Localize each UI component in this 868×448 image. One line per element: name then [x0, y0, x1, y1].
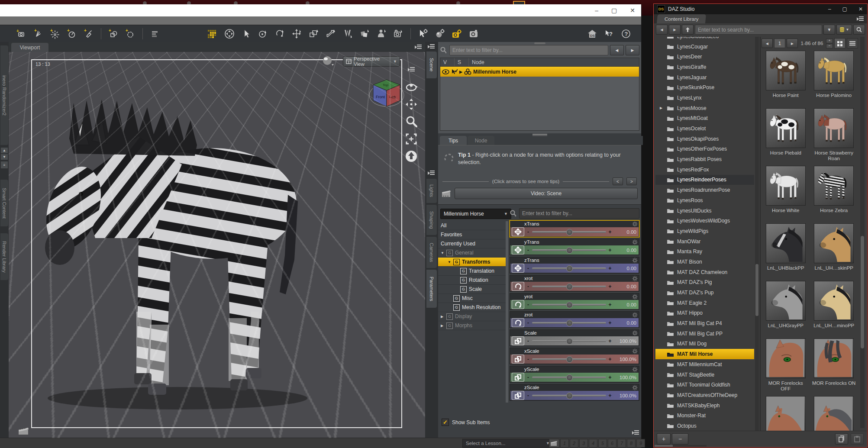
zebra-model[interactable] — [9, 52, 411, 438]
maximize-icon[interactable]: ▢ — [611, 7, 617, 14]
video-scene-button[interactable]: Video: Scene — [455, 188, 638, 199]
thumbnail-lnl-uh-skinpp[interactable]: LnL_UH…skinPP — [810, 223, 858, 281]
thumbnail-lnl-uhgraypp[interactable]: LnL_UHGrayPP — [762, 281, 810, 338]
menu-bar[interactable] — [0, 16, 641, 25]
lesson-6-button[interactable]: 6 — [608, 439, 616, 448]
daz-home-icon[interactable]: DS — [587, 28, 598, 39]
tree-item[interactable]: MAT DAZ Chameleon — [655, 267, 754, 277]
home-view-icon[interactable] — [404, 150, 418, 163]
search-options-button[interactable]: ▼ — [823, 25, 835, 35]
tree-item[interactable]: MAT Mil Big Cat P4 — [655, 318, 754, 329]
slider-ytrans[interactable]: yTrans-+0.00 — [510, 239, 639, 255]
rail-up-icon[interactable]: ▲ — [1, 148, 8, 153]
database-button[interactable]: ▼ — [836, 25, 852, 35]
gear-icon[interactable] — [632, 312, 638, 318]
help-icon[interactable]: ? — [620, 28, 632, 39]
view-selector[interactable]: Perspective View ▼ — [343, 56, 400, 67]
thumbnail-horse-palomino[interactable]: Horse Palomino — [810, 51, 858, 108]
slider-thumb[interactable] — [566, 265, 573, 272]
slider-ztrans[interactable]: zTrans-+0.00 — [510, 257, 639, 274]
library-splitter[interactable] — [760, 37, 761, 431]
tree-item[interactable]: LynesRoos — [655, 195, 754, 206]
tree-item[interactable]: LynesOtherFoxPoses — [655, 144, 754, 155]
gear-icon[interactable] — [632, 367, 638, 372]
minimize-icon[interactable]: – — [595, 7, 598, 14]
param-group-general[interactable]: ▼GGeneral — [438, 248, 506, 258]
tree-item[interactable]: MAT StagBeetle — [655, 370, 754, 380]
new-null-icon[interactable]: + — [125, 28, 136, 39]
column-visible[interactable]: V — [440, 58, 455, 67]
lesson-3-button[interactable]: 3 — [579, 439, 588, 448]
tree-item[interactable]: MAT Bison — [655, 257, 754, 267]
remove-button[interactable]: − — [672, 433, 688, 445]
surface-settings-icon[interactable] — [434, 28, 445, 39]
lesson-5-button[interactable]: 5 — [598, 439, 607, 448]
thumbnail-horse-strawberry-roan[interactable]: Horse Strawberry Roan — [810, 108, 858, 166]
nudge-minus[interactable]: - — [526, 320, 530, 326]
nudge-minus[interactable]: - — [526, 302, 530, 308]
tree-item[interactable]: LyneSkunkPose — [655, 82, 754, 93]
tab-cameras[interactable]: Cameras — [426, 237, 437, 268]
slider-thumb[interactable] — [566, 374, 573, 381]
param-group-misc[interactable]: GMisc — [438, 294, 506, 303]
param-group-display[interactable]: ▶GDisplay — [438, 312, 506, 321]
library-search-input[interactable] — [695, 25, 822, 35]
tree-item[interactable]: LynesRoadrunnerPose — [655, 185, 754, 195]
whats-this-icon[interactable]: ? — [603, 28, 615, 39]
tree-item[interactable]: LynesWolvesWildDogs — [655, 216, 754, 226]
tool-bone-icon[interactable] — [325, 28, 336, 39]
gear-icon[interactable] — [632, 294, 638, 300]
copy-icon[interactable] — [835, 433, 848, 445]
rail-down-icon[interactable]: ▼ — [1, 154, 8, 160]
new-linearpointlight-icon[interactable]: + — [83, 28, 94, 39]
list-view-button[interactable] — [847, 38, 858, 48]
slider-thumb[interactable] — [566, 229, 573, 235]
tree-item[interactable]: MAT Mil Dog — [655, 339, 754, 349]
tree-item[interactable]: ManOWar — [655, 236, 754, 247]
slider-track[interactable] — [532, 377, 606, 378]
tree-item[interactable]: MAT Eagle 2 — [655, 298, 754, 308]
slider-zrot[interactable]: zrot-+0.00 — [510, 311, 639, 328]
scene-node-list[interactable]: ▶ Millennium Horse — [440, 66, 639, 131]
tab-tips[interactable]: Tips — [440, 136, 467, 145]
nudge-minus[interactable]: - — [526, 356, 530, 362]
slider-track[interactable] — [532, 358, 606, 360]
gear-icon[interactable] — [632, 348, 638, 354]
scene-pane-menu-icon[interactable] — [428, 44, 435, 49]
lesson-film-icon[interactable] — [549, 439, 559, 448]
slider-xscale[interactable]: xScale-+100.0% — [510, 348, 639, 364]
slider-track[interactable] — [532, 340, 606, 342]
prev-page-button[interactable]: ◄ — [762, 39, 773, 48]
slider-track[interactable] — [532, 249, 606, 251]
nudge-minus[interactable]: - — [526, 393, 530, 399]
tool-rotate-icon[interactable] — [274, 28, 286, 39]
tool-scale-icon[interactable] — [308, 28, 319, 39]
nudge-plus[interactable]: + — [608, 393, 612, 399]
slider-thumb[interactable] — [566, 284, 573, 290]
slider-track[interactable] — [532, 231, 606, 233]
viewport-menu2-icon[interactable] — [404, 63, 418, 76]
tree-item[interactable]: LynesRedFox — [655, 164, 754, 175]
align-icon[interactable] — [149, 28, 161, 39]
nudge-plus[interactable]: + — [608, 265, 612, 271]
pointer-settings-icon[interactable] — [417, 28, 429, 39]
library-titlebar[interactable]: DS DAZ Studio – ▢ ✕ — [654, 4, 867, 14]
tree-item[interactable]: LynesLynx — [655, 93, 754, 103]
slider-xtrans[interactable]: xTrans-+0.00 — [510, 220, 639, 237]
tree-item[interactable]: Monster-Rat — [655, 410, 754, 421]
lesson-dropdown[interactable]: Select a Lesson... ▼ — [462, 439, 553, 448]
nudge-minus[interactable]: - — [526, 338, 530, 344]
slider-thumb[interactable] — [566, 247, 573, 254]
tree-item[interactable]: LynesUltDucks — [655, 206, 754, 216]
parameters-filter-input[interactable] — [519, 208, 639, 219]
next-page-button[interactable]: ► — [787, 39, 798, 48]
lesson-4-button[interactable]: 4 — [589, 439, 597, 448]
tree-item[interactable]: MAT DAZ's Pig — [655, 277, 754, 288]
nudge-plus[interactable]: + — [608, 356, 612, 362]
tool-translate-icon[interactable] — [291, 28, 303, 39]
slider-value[interactable]: 0.00 — [614, 302, 637, 307]
tree-item[interactable]: MATSKBabyEleph — [655, 400, 754, 411]
scene-filter-input[interactable] — [449, 45, 608, 55]
tab-parameters[interactable]: Parameters — [426, 270, 437, 308]
tool-orbit-icon[interactable] — [258, 28, 269, 39]
